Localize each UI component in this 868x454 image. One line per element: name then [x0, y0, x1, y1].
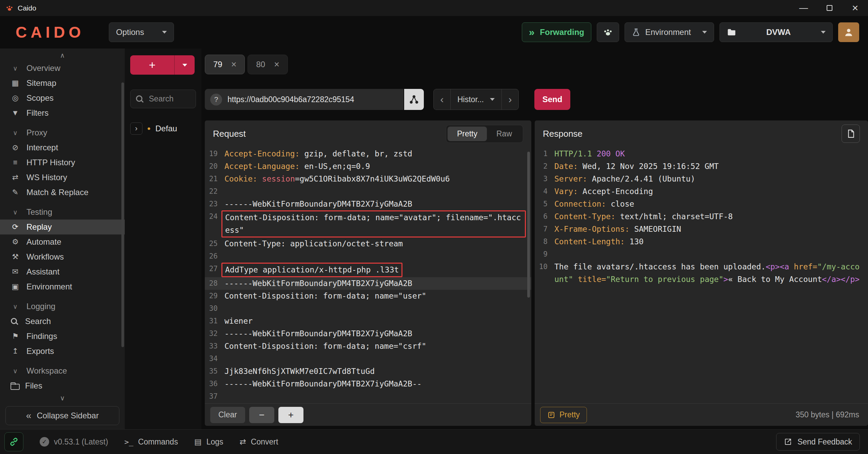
sidebar-item-workflows[interactable]: ⚒Workflows [0, 249, 125, 264]
code-line-content[interactable]: Content-Disposition: form-data; name="cs… [224, 340, 531, 353]
sidebar-item-sitemap[interactable]: ▦Sitemap [0, 76, 125, 91]
code-line-content[interactable]: Server: Apache/2.4.41 (Ubuntu) [554, 173, 868, 185]
sidebar-item-intercept[interactable]: ⊘Intercept [0, 140, 125, 155]
code-line-content[interactable]: ------WebKitFormBoundaryDM4TB2X7iyGMaA2B [224, 327, 531, 340]
sidebar-item-exports[interactable]: ↥Exports [0, 344, 125, 359]
sidebar-item-match-replace[interactable]: ✎Match & Replace [0, 185, 125, 200]
code-line-content[interactable]: Content-Type: application/octet-stream [224, 238, 531, 250]
request-code[interactable]: 19Accept-Encoding: gzip, deflate, br, zs… [205, 147, 531, 403]
code-line-content[interactable]: HTTP/1.1 200 OK [554, 148, 868, 160]
code-line-content[interactable] [554, 248, 868, 261]
code-line-content[interactable]: ------WebKitFormBoundaryDM4TB2X7iyGMaA2B [224, 198, 531, 210]
line-number: 37 [205, 390, 224, 403]
code-line-content[interactable]: Vary: Accept-Encoding [554, 185, 868, 198]
code-line-content[interactable]: AddType application/x-httpd-php .l33t [224, 263, 531, 277]
code-line-content[interactable] [224, 390, 531, 403]
code-line-content[interactable]: Cookie: session=gw5C1ORibabx8X7n4iUK3uWG… [224, 173, 531, 185]
decrease-button[interactable]: − [249, 407, 274, 423]
request-scrollbar[interactable] [527, 152, 530, 298]
history-dropdown[interactable]: Histor... [450, 89, 502, 110]
history-forward-button[interactable]: › [502, 89, 519, 110]
account-button[interactable] [838, 22, 859, 42]
assistant-paw-button[interactable] [597, 22, 619, 42]
sidebar-group-logging[interactable]: ∨Logging [0, 299, 125, 314]
send-feedback-button[interactable]: Send Feedback [776, 433, 860, 451]
new-session-split-button: + [130, 55, 195, 75]
add-session-button[interactable]: + [130, 55, 174, 75]
clear-button[interactable]: Clear [210, 407, 245, 423]
sidebar-item-files[interactable]: Files [0, 378, 125, 393]
options-dropdown[interactable]: Options [109, 22, 174, 42]
sidebar-item-scopes[interactable]: ◎Scopes [0, 91, 125, 106]
sidebar-group-workspace[interactable]: ∨Workspace [0, 363, 125, 378]
code-line-content[interactable]: ------WebKitFormBoundaryDM4TB2X7iyGMaA2B [224, 277, 531, 290]
sidebar-group-overview[interactable]: ∨Overview [0, 61, 125, 76]
sidebar-scroll-down[interactable]: ∨ [0, 393, 125, 403]
sidebar-item-search[interactable]: Search [0, 314, 125, 329]
sidebar-item-automate[interactable]: ⚙Automate [0, 234, 125, 249]
add-session-dropdown[interactable] [174, 55, 195, 75]
sidebar-item-environment[interactable]: ▣Environment [0, 279, 125, 294]
sidebar-scroll-up[interactable]: ∧ [0, 50, 125, 61]
code-line-content[interactable]: Accept-Language: en-US,en;q=0.9 [224, 160, 531, 173]
commands-button[interactable]: >_ Commands [124, 437, 178, 447]
sidebar-item-http-history[interactable]: ≡HTTP History [0, 155, 125, 170]
session-search-input[interactable]: Search [130, 90, 196, 108]
convert-button[interactable]: ⇄ Convert [240, 437, 278, 447]
history-back-button[interactable]: ‹ [433, 89, 450, 110]
request-raw-tab[interactable]: Raw [487, 127, 521, 141]
sidebar-item-findings[interactable]: ⚑Findings [0, 329, 125, 344]
line-number: 2 [535, 160, 554, 173]
code-line-content[interactable] [224, 353, 531, 365]
project-dropdown[interactable]: DVWA [719, 22, 833, 42]
sidebar-item-assistant[interactable]: ✉Assistant [0, 264, 125, 279]
collapse-sidebar-button[interactable]: « Collapse Sidebar [5, 406, 119, 425]
code-line-content[interactable]: X-Frame-Options: SAMEORIGIN [554, 223, 868, 235]
increase-button[interactable]: + [278, 407, 303, 423]
session-tab-79[interactable]: 79× [205, 55, 245, 74]
code-line-content[interactable]: Content-Type: text/html; charset=UTF-8 [554, 210, 868, 223]
close-icon[interactable]: × [274, 60, 279, 69]
code-line-content[interactable]: Accept-Encoding: gzip, deflate, br, zstd [224, 148, 531, 160]
session-collection-row[interactable]: › ● Defau [130, 122, 196, 135]
close-button[interactable]: × [842, 0, 868, 16]
send-button[interactable]: Send [534, 89, 570, 110]
minimize-button[interactable]: — [791, 0, 816, 16]
logs-button[interactable]: ▤ Logs [194, 437, 223, 447]
code-line-content[interactable]: ------WebKitFormBoundaryDM4TB2X7iyGMaA2B… [224, 378, 531, 390]
close-icon[interactable]: × [231, 60, 237, 69]
code-line-content[interactable] [224, 302, 531, 315]
sidebar-item-replay[interactable]: ⟳Replay [0, 220, 125, 234]
response-pretty-button[interactable]: Pretty [540, 407, 587, 423]
code-line-content[interactable]: Content-Disposition: form-data; name="us… [224, 290, 531, 302]
sidebar-item-ws-history[interactable]: ⇄WS History [0, 170, 125, 185]
code-line-content[interactable]: Date: Wed, 12 Nov 2025 19:16:52 GMT [554, 160, 868, 173]
code-line-content[interactable]: Content-Length: 130 [554, 235, 868, 248]
expand-collection-button[interactable]: › [130, 122, 142, 135]
connection-status-button[interactable] [4, 432, 23, 451]
connection-settings-button[interactable] [404, 89, 424, 110]
session-tab-80[interactable]: 80× [248, 55, 288, 74]
code-line-content[interactable]: Jjk83eNf6hSjXTWkM7e0IC7wTd8TtuGd [224, 365, 531, 378]
chevron-down-icon [821, 31, 826, 34]
forwarding-button[interactable]: » Forwarding [522, 22, 591, 42]
code-line-content[interactable]: wiener [224, 315, 531, 327]
request-pretty-tab[interactable]: Pretty [448, 127, 487, 141]
sidebar-group-testing[interactable]: ∨Testing [0, 205, 125, 220]
sidebar-label: Match & Replace [26, 188, 88, 197]
environment-dropdown[interactable]: Environment [625, 22, 714, 42]
sidebar-item-filters[interactable]: ▼Filters [0, 106, 125, 120]
code-line-content[interactable]: The file avatars/.htaccess has been uplo… [554, 261, 868, 286]
url-input[interactable]: ? https://0adb00c904b6a72282c95154 [205, 89, 403, 110]
sidebar-group-proxy[interactable]: ∨Proxy [0, 125, 125, 140]
forwarding-icon: » [529, 27, 535, 37]
code-line-content[interactable]: Connection: close [554, 198, 868, 210]
code-line-content[interactable] [224, 250, 531, 263]
copy-response-button[interactable] [842, 125, 860, 143]
response-code[interactable]: 1HTTP/1.1 200 OK2Date: Wed, 12 Nov 2025 … [535, 147, 868, 403]
code-line-content[interactable]: Content-Disposition: form-data; name="av… [224, 210, 531, 238]
help-icon[interactable]: ? [210, 94, 222, 106]
maximize-button[interactable] [816, 0, 842, 16]
sidebar-scrollbar[interactable] [121, 82, 124, 347]
code-line-content[interactable] [224, 185, 531, 198]
